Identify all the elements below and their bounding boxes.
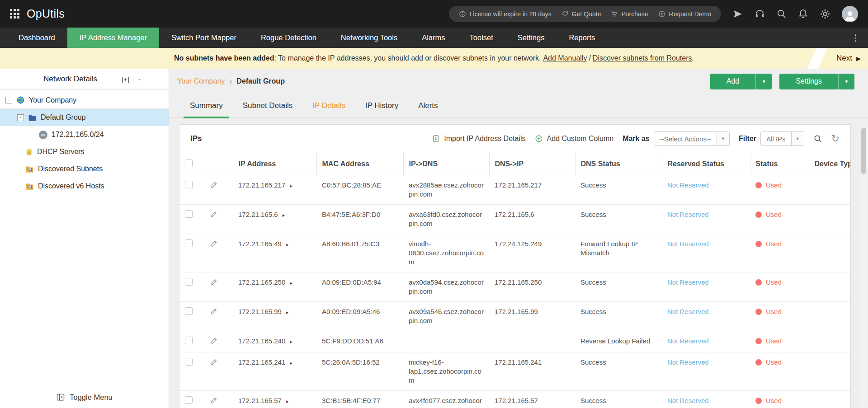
reserved-status-cell[interactable]: Not Reserved <box>662 175 750 205</box>
row-expand-arrow-icon[interactable]: ▸ <box>290 360 292 366</box>
nav-switch-port-mapper[interactable]: Switch Port Mapper <box>159 28 249 48</box>
edit-pencil-icon[interactable] <box>210 181 218 188</box>
tree-label: Discovered Subnets <box>38 165 103 173</box>
add-manually-link[interactable]: Add Manually <box>543 54 587 62</box>
edit-pencil-icon[interactable] <box>210 278 218 286</box>
license-notice[interactable]: License will expire in 28 days <box>459 10 552 18</box>
row-expand-arrow-icon[interactable]: ▸ <box>290 183 292 188</box>
col-header-status[interactable]: Status <box>750 153 809 175</box>
collapse-all-control[interactable]: - <box>138 75 141 83</box>
user-avatar[interactable] <box>842 6 858 22</box>
row-expand-arrow-icon[interactable]: ▸ <box>283 212 285 218</box>
tab-ip-details[interactable]: IP Details <box>302 94 355 117</box>
reserved-status-cell[interactable]: Not Reserved <box>662 205 750 234</box>
tree-item-subnet[interactable]: v4 172.21.165.0/24 <box>0 126 169 143</box>
reserved-status-cell[interactable]: Not Reserved <box>662 331 750 352</box>
edit-pencil-icon[interactable] <box>210 396 218 404</box>
refresh-icon[interactable]: ↻ <box>831 134 840 144</box>
add-custom-column-button[interactable]: Add Custom Column <box>535 135 614 143</box>
reserved-status-cell[interactable]: Not Reserved <box>662 272 750 302</box>
tree-expander-icon[interactable]: - <box>5 97 12 103</box>
tree-item-discovered-subnets[interactable]: Discovered Subnets <box>0 160 169 178</box>
filter-select[interactable]: All IPs ▼ <box>760 131 804 146</box>
scrollbar-thumb[interactable] <box>861 128 866 174</box>
col-header-reserved-status[interactable]: Reserved Status <box>662 153 750 175</box>
tree-expander-icon[interactable]: - <box>17 114 24 121</box>
gear-icon[interactable] <box>820 9 830 19</box>
tab-alerts[interactable]: Alerts <box>408 94 448 117</box>
next-button[interactable]: Next ▶ <box>836 48 861 69</box>
search-icon[interactable] <box>776 9 787 19</box>
row-checkbox[interactable] <box>185 307 193 315</box>
nav-rogue-detection[interactable]: Rogue Detection <box>249 28 329 48</box>
status-indicator: Used <box>755 181 803 190</box>
row-expand-arrow-icon[interactable]: ▸ <box>290 280 292 286</box>
select-all-checkbox[interactable] <box>185 159 193 167</box>
import-ip-details-button[interactable]: Import IP Address Details <box>432 135 525 143</box>
row-expand-arrow-icon[interactable]: ▸ <box>286 399 289 404</box>
nav-ip-address-manager[interactable]: IP Address Manager <box>67 28 159 48</box>
apps-grid-icon[interactable] <box>10 9 19 19</box>
tree-label: Your Company <box>29 96 76 104</box>
col-header-ip-address[interactable]: IP Address <box>233 153 316 175</box>
purchase-link[interactable]: Purchase <box>611 10 648 18</box>
row-checkbox[interactable] <box>185 396 193 404</box>
row-checkbox[interactable] <box>185 181 193 188</box>
tree-item-discovered-v6-hosts[interactable]: Discovered v6 Hosts <box>0 178 169 195</box>
nav-networking-tools[interactable]: Networking Tools <box>329 28 410 48</box>
row-checkbox[interactable] <box>185 239 193 247</box>
col-header-dns-status[interactable]: DNS Status <box>575 153 662 175</box>
add-button[interactable]: Add ▼ <box>710 74 772 89</box>
settings-button[interactable]: Settings ▼ <box>779 74 854 89</box>
getting-started-icon[interactable] <box>732 9 743 19</box>
tree-item-your-company[interactable]: - Your Company <box>0 92 169 109</box>
edit-pencil-icon[interactable] <box>210 210 218 218</box>
tab-summary[interactable]: Summary <box>180 94 233 117</box>
edit-pencil-icon[interactable] <box>210 337 218 344</box>
edit-pencil-icon[interactable] <box>210 307 218 315</box>
request-demo-link[interactable]: Request Demo <box>658 10 711 18</box>
reserved-status-cell[interactable]: Not Reserved <box>662 302 750 331</box>
get-quote-link[interactable]: Get Quote <box>561 10 601 18</box>
reserved-status-cell[interactable]: Not Reserved <box>662 391 750 408</box>
notifications-bell-icon[interactable] <box>798 9 808 19</box>
nav-alarms[interactable]: Alarms <box>410 28 457 48</box>
col-header-ip-to-dns[interactable]: IP->DNS <box>403 153 489 175</box>
vertical-scrollbar[interactable] <box>861 126 867 407</box>
reserved-status-cell[interactable]: Not Reserved <box>662 352 750 391</box>
col-header-device-type[interactable]: Device Type <box>809 153 851 175</box>
row-checkbox[interactable] <box>185 358 193 366</box>
nav-toolset[interactable]: Toolset <box>458 28 505 48</box>
tree-item-dhcp-servers[interactable]: DHCP Servers <box>0 143 169 160</box>
add-dropdown-caret-icon[interactable]: ▼ <box>755 74 772 89</box>
breadcrumb-your-company[interactable]: Your Company <box>177 77 225 85</box>
row-checkbox[interactable] <box>185 278 193 286</box>
tab-subnet-details[interactable]: Subnet Details <box>233 94 303 117</box>
table-search-icon[interactable] <box>813 134 822 143</box>
nav-overflow-menu-icon[interactable]: ⋮ <box>843 28 868 48</box>
top-bar: OpUtils License will expire in 28 days G… <box>0 0 868 28</box>
tab-ip-history[interactable]: IP History <box>355 94 408 117</box>
nav-reports[interactable]: Reports <box>557 28 607 48</box>
edit-pencil-icon[interactable] <box>210 358 218 366</box>
col-header-mac-address[interactable]: MAC Address <box>316 153 403 175</box>
mark-as-select[interactable]: --Select Actions-- ▼ <box>654 131 730 146</box>
reserved-status-cell[interactable]: Not Reserved <box>662 234 750 272</box>
tree-item-default-group[interactable]: - Default Group <box>0 109 169 126</box>
settings-dropdown-caret-icon[interactable]: ▼ <box>838 74 854 89</box>
nav-settings[interactable]: Settings <box>505 28 557 48</box>
row-checkbox[interactable] <box>185 337 193 344</box>
mark-as-caret-icon[interactable]: ▼ <box>717 132 729 145</box>
toggle-menu-button[interactable]: Toggle Menu <box>0 393 169 402</box>
filter-caret-icon[interactable]: ▼ <box>791 132 804 145</box>
nav-dashboard[interactable]: Dashboard <box>6 28 67 48</box>
col-header-dns-to-ip[interactable]: DNS->IP <box>489 153 575 175</box>
row-expand-arrow-icon[interactable]: ▸ <box>286 242 289 247</box>
row-checkbox[interactable] <box>185 210 193 218</box>
row-expand-arrow-icon[interactable]: ▸ <box>286 310 289 315</box>
expand-all-control[interactable]: [+] <box>122 75 129 83</box>
row-expand-arrow-icon[interactable]: ▸ <box>290 339 292 344</box>
support-headset-icon[interactable] <box>755 9 765 19</box>
discover-subnets-link[interactable]: Discover subnets from Routers <box>593 54 692 62</box>
edit-pencil-icon[interactable] <box>210 239 218 247</box>
